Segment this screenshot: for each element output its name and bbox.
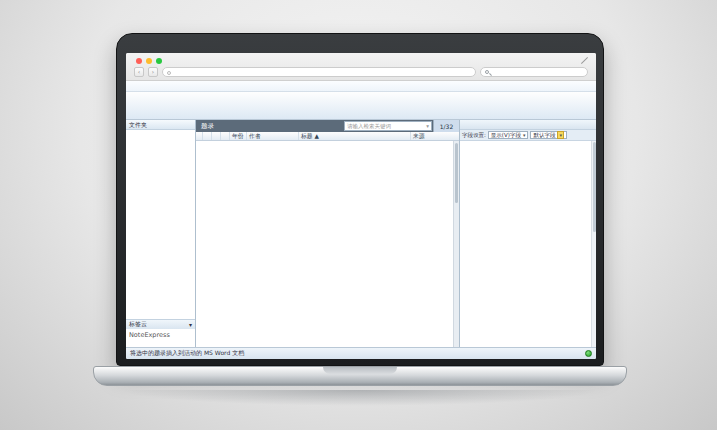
tagcloud-label: 标签云 (129, 320, 147, 329)
record-search-placeholder: 请输入检索关键词 (347, 123, 391, 130)
detail-panel: 字段设置: 显示(V)字段 ▾ 默认字段 ▾ (460, 120, 596, 347)
folder-tree (126, 130, 195, 319)
minimize-window-button[interactable] (146, 58, 152, 64)
field-settings-bar: 字段设置: 显示(V)字段 ▾ 默认字段 ▾ (460, 130, 596, 141)
chevron-down-icon: ▾ (557, 131, 564, 139)
folder-sidebar: 文件夹 标签云 ▾ NoteExpress (126, 120, 196, 347)
default-fields-dropdown[interactable]: 默认字段 ▾ (530, 131, 567, 139)
col-author[interactable]: 作者 (247, 132, 299, 140)
chevron-down-icon: ▾ (523, 132, 526, 138)
menu-bar (126, 81, 596, 92)
table-header: 年份 作者 标题 ▲ 来源 (196, 132, 459, 141)
browser-search-field[interactable] (480, 67, 588, 77)
chevron-down-icon: ▾ (189, 321, 192, 328)
detail-tabs (460, 120, 596, 130)
col-year[interactable]: 年份 (230, 132, 247, 140)
tab-records[interactable]: 题录 (196, 120, 343, 132)
window-chrome: ‹ › (126, 53, 596, 81)
record-search-input[interactable]: 请输入检索关键词 ▾ (344, 121, 432, 131)
laptop-shadow (120, 390, 600, 406)
zoom-window-button[interactable] (156, 58, 162, 64)
status-text: 将选中的题录插入到活动的 MS Word 文档 (130, 349, 244, 358)
col-flag[interactable] (221, 132, 230, 140)
detail-scrollbar[interactable] (591, 141, 596, 347)
toolbar (126, 92, 596, 120)
status-bar: 将选中的题录插入到活动的 MS Word 文档 (126, 347, 596, 359)
laptop-bezel: ‹ › 文件夹 标签云 ▾ (116, 33, 604, 366)
back-button[interactable]: ‹ (134, 67, 144, 77)
search-icon (485, 70, 489, 74)
col-expander[interactable] (196, 132, 203, 140)
laptop-notch (323, 367, 397, 374)
forward-button[interactable]: › (148, 67, 158, 77)
col-title[interactable]: 标题 ▲ (299, 132, 411, 140)
field-settings-label: 字段设置: (462, 132, 486, 139)
resize-icon (580, 57, 588, 65)
site-icon (167, 71, 171, 75)
tagcloud-bar[interactable]: 标签云 ▾ (126, 319, 195, 329)
status-green-icon (585, 350, 592, 357)
tagcloud-content: NoteExpress (126, 329, 195, 347)
display-fields-dropdown[interactable]: 显示(V)字段 ▾ (488, 131, 529, 139)
record-list-panel: 题录 请输入检索关键词 ▾ 1/32 年份 (196, 120, 460, 347)
sidebar-header: 文件夹 (126, 120, 195, 130)
address-bar[interactable] (162, 67, 476, 77)
detail-scrollbar-thumb[interactable] (593, 142, 596, 232)
stage: ‹ › 文件夹 标签云 ▾ (0, 0, 717, 430)
col-star[interactable] (212, 132, 221, 140)
col-source[interactable]: 来源 (411, 132, 459, 140)
scrollbar-thumb[interactable] (455, 143, 458, 203)
laptop-base (93, 366, 627, 386)
default-fields-value: 默认字段 (533, 132, 555, 139)
record-rows (196, 141, 453, 347)
display-fields-value: 显示(V)字段 (491, 132, 521, 139)
noteexpress-app: 文件夹 标签云 ▾ NoteExpress 题录 请输入检索关键词 (126, 81, 596, 359)
col-attachment[interactable] (203, 132, 212, 140)
close-window-button[interactable] (136, 58, 142, 64)
record-counter: 1/32 (433, 120, 459, 132)
detail-content (460, 141, 591, 347)
record-list-header: 题录 请输入检索关键词 ▾ 1/32 (196, 120, 459, 132)
table-scrollbar[interactable] (453, 141, 459, 347)
traffic-lights (136, 58, 162, 64)
chevron-down-icon: ▾ (426, 123, 429, 129)
browser-nav-row: ‹ › (134, 66, 588, 78)
laptop-screen: ‹ › 文件夹 标签云 ▾ (126, 53, 596, 359)
detail-content-wrap (460, 141, 596, 347)
app-body: 文件夹 标签云 ▾ NoteExpress 题录 请输入检索关键词 (126, 120, 596, 347)
